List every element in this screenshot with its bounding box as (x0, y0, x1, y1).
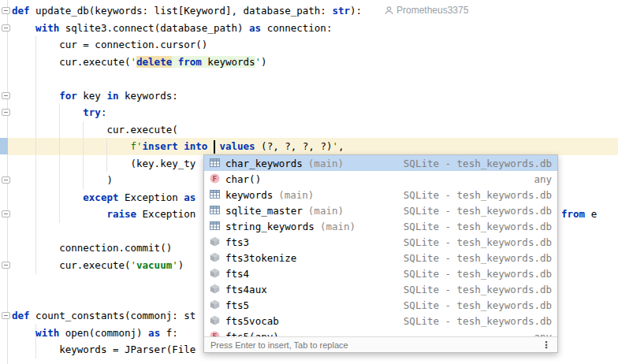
completion-item-origin: SQLite - tesh_keywords.db (404, 252, 552, 264)
completion-item[interactable]: fts5SQLite - tesh_keywords.db (204, 297, 557, 313)
author-inlay-hint: Prometheus3375 (385, 5, 468, 16)
completion-item[interactable]: fts3SQLite - tesh_keywords.db (204, 234, 557, 250)
module-icon (210, 315, 221, 326)
svg-text:F: F (213, 332, 218, 336)
table-icon (210, 221, 221, 232)
author-name: Prometheus3375 (396, 5, 468, 16)
person-icon (385, 6, 393, 15)
code-line[interactable]: def update_db(keywords: list[Keyword], d… (12, 2, 618, 20)
completion-item-name: fts3tokenize (225, 252, 296, 264)
completion-item-name: fts4aux (225, 284, 267, 295)
completion-item-name: char_keywords (225, 158, 303, 169)
completion-item-name: char() (225, 173, 261, 185)
completion-item-origin: SQLite - tesh_keywords.db (404, 299, 552, 311)
code-line[interactable] (12, 70, 618, 87)
caret-line-gutter-marker (0, 138, 8, 154)
module-icon (210, 268, 221, 279)
completion-item-origin: any (534, 331, 552, 337)
table-icon (210, 158, 221, 169)
completion-item-origin: SQLite - tesh_keywords.db (404, 158, 552, 169)
module-icon (210, 236, 221, 247)
completion-item[interactable]: Ffts5(any)any (204, 329, 557, 336)
completion-item[interactable]: fts4auxSQLite - tesh_keywords.db (204, 281, 557, 297)
completion-popup: char_keywords(main)SQLite - tesh_keyword… (203, 154, 558, 353)
code-line[interactable]: f'insert into values (?, ?, ?, ?)', (12, 138, 618, 155)
completion-item-origin: SQLite - tesh_keywords.db (404, 315, 552, 327)
fold-toggle-icon[interactable] (2, 176, 10, 184)
completion-item-origin: SQLite - tesh_keywords.db (404, 205, 552, 217)
table-icon (210, 205, 221, 216)
code-fragment-from-e: from e (561, 206, 597, 223)
completion-item-detail: (main) (308, 158, 344, 169)
completion-item-origin: any (534, 173, 552, 185)
fold-toggle-icon[interactable] (2, 7, 10, 14)
code-line[interactable]: cur.execute( (12, 121, 618, 139)
editor-window: def update_db(keywords: list[Keyword], d… (0, 0, 618, 364)
completion-item-detail: (main) (308, 205, 344, 217)
completion-item-detail: (main) (320, 221, 356, 232)
completion-item-name: fts5vocab (225, 315, 279, 327)
completion-item-origin: SQLite - tesh_keywords.db (404, 236, 552, 248)
function-icon: F (210, 173, 221, 184)
fold-toggle-icon[interactable] (2, 92, 10, 99)
module-icon (210, 284, 221, 295)
completion-popup-footer: Press Enter to insert, Tab to replace ⋮ (204, 336, 557, 352)
completion-item-name: fts5(any) (225, 331, 279, 337)
fold-toggle-icon[interactable] (2, 109, 10, 116)
completion-item-detail: (main) (278, 189, 314, 201)
completion-item[interactable]: Fchar()any (204, 171, 557, 187)
fold-toggle-icon[interactable] (2, 312, 10, 319)
completion-item-origin: SQLite - tesh_keywords.db (404, 268, 552, 280)
module-icon (210, 299, 221, 310)
completion-item-name: sqlite_master (225, 205, 303, 217)
completion-item-name: fts5 (225, 299, 249, 311)
completion-item[interactable]: fts5vocabSQLite - tesh_keywords.db (204, 313, 557, 329)
text-caret (214, 140, 215, 154)
table-icon (210, 189, 221, 200)
svg-text:F: F (213, 175, 218, 183)
kebab-menu-icon[interactable]: ⋮ (542, 340, 551, 350)
code-line[interactable]: with sqlite3.connect(database_path) as c… (12, 20, 618, 37)
completion-item-origin: SQLite - tesh_keywords.db (404, 284, 552, 295)
completion-item-origin: SQLite - tesh_keywords.db (404, 221, 552, 232)
completion-item[interactable]: sqlite_master(main)SQLite - tesh_keyword… (204, 202, 557, 218)
completion-hint-text: Press Enter to insert, Tab to replace (210, 340, 348, 350)
code-line[interactable]: cur = connection.cursor() (12, 36, 618, 54)
completion-item-name: fts4 (225, 268, 249, 280)
completion-item[interactable]: char_keywords(main)SQLite - tesh_keyword… (204, 155, 557, 171)
function-icon: F (210, 331, 221, 336)
module-icon (210, 252, 221, 263)
completion-item-name: fts3 (225, 236, 249, 248)
fold-toggle-icon[interactable] (2, 24, 10, 32)
completion-item[interactable]: string_keywords(main)SQLite - tesh_keywo… (204, 218, 557, 234)
completion-item-name: string_keywords (225, 221, 315, 232)
completion-item[interactable]: fts3tokenizeSQLite - tesh_keywords.db (204, 250, 557, 266)
completion-item-origin: SQLite - tesh_keywords.db (404, 189, 552, 201)
completion-item-name: keywords (225, 189, 273, 201)
code-line[interactable]: cur.execute('delete from keywords') (12, 54, 618, 71)
completion-item[interactable]: fts4SQLite - tesh_keywords.db (204, 266, 557, 281)
code-line[interactable]: for key in keywords: (12, 87, 618, 105)
fold-toggle-icon[interactable] (2, 210, 10, 217)
completion-list[interactable]: char_keywords(main)SQLite - tesh_keyword… (204, 155, 557, 336)
code-line[interactable]: try: (12, 104, 618, 121)
completion-item[interactable]: keywords(main)SQLite - tesh_keywords.db (204, 187, 557, 202)
fold-toggle-icon[interactable] (2, 262, 10, 269)
